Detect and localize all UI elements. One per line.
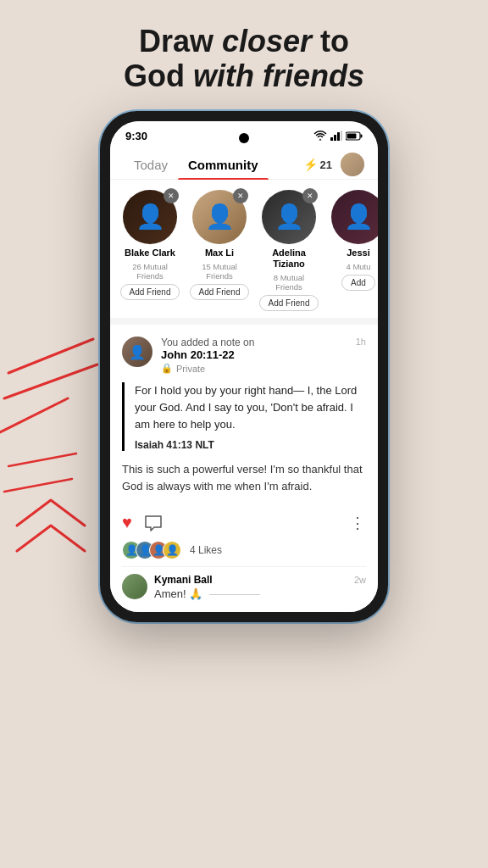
remove-friend-adelina[interactable]: ✕ [302,188,318,203]
likes-count: 4 Likes [190,544,222,556]
friend-card: 👤 ✕ Adelina Tiziano 8 Mutual Friends Add… [259,190,319,311]
post-added-line: You added a note on [161,337,347,348]
post-card: 👤 You added a note on John 20:11-22 🔒 Pr… [110,325,378,612]
comment-button[interactable] [144,515,163,531]
lock-icon: 🔒 [161,363,173,374]
status-time: 9:30 [125,130,147,142]
comment-time: 2w [354,575,366,585]
comment-icon [144,515,163,531]
svg-line-3 [8,453,76,466]
friend-avatar-wrap: 👤 ✕ [123,190,177,244]
post-header: 👤 You added a note on John 20:11-22 🔒 Pr… [122,337,366,374]
likes-avatars: 👤 👤 👤 👤 [122,541,176,559]
nav-right: ⚡ 21 [303,153,364,176]
quote-text: For I hold you by your right hand— I, th… [135,382,366,433]
friend-name: Blake Clark [125,248,175,259]
friend-card: 👤 ✕ Blake Clark 26 Mutual Friends Add Fr… [120,190,180,311]
post-time: 1h [356,337,366,347]
friend-mutual: 4 Mutu [346,262,370,271]
post-reference: John 20:11-22 [161,348,347,361]
svg-rect-11 [347,133,357,138]
more-options-button[interactable]: ⋮ [350,514,366,532]
user-avatar[interactable] [341,153,364,176]
wifi-icon [313,131,327,141]
friends-section: 👤 ✕ Blake Clark 26 Mutual Friends Add Fr… [110,180,378,318]
nav-tabs: Today Community ⚡ 21 [110,147,378,180]
svg-line-2 [0,398,68,432]
svg-line-0 [8,339,93,373]
friend-mutual: 26 Mutual Friends [120,262,180,281]
likes-row: 👤 👤 👤 👤 4 Likes [122,537,366,566]
headline-line1: Draw closer to [139,24,349,58]
add-friend-blake[interactable]: Add Friend [120,284,180,300]
post-note: This is such a powerful verse! I'm so th… [122,461,366,497]
like-button[interactable]: ♥ [122,513,132,532]
commenter-avatar [122,574,147,599]
comment-text: Amen! 🙏 [154,587,366,600]
svg-rect-10 [361,134,363,137]
svg-rect-6 [334,135,336,141]
svg-line-4 [4,479,72,492]
remove-friend-max[interactable]: ✕ [233,188,248,203]
phone-frame: 9:30 [100,111,388,622]
friend-avatar-wrap: 👤 ✕ [192,190,247,244]
svg-rect-7 [337,132,340,141]
liker-avatar: 👤 [163,541,181,559]
status-icons [313,131,363,141]
friend-name: Jessi [347,248,370,259]
post-meta: You added a note on John 20:11-22 🔒 Priv… [161,337,347,374]
post-privacy: 🔒 Private [161,363,347,374]
section-divider [110,318,378,325]
tab-today[interactable]: Today [124,151,178,179]
commenter-name: Kymani Ball [154,574,213,586]
friend-name: Adelina Tiziano [259,248,319,270]
heart-icon: ♥ [122,513,132,532]
phone-screen: 9:30 [110,121,378,612]
friend-avatar-wrap: 👤 [331,190,378,244]
add-friend-adelina[interactable]: Add Friend [259,295,319,311]
battery-icon [346,131,363,141]
friend-mutual: 8 Mutual Friends [259,273,319,292]
svg-rect-8 [341,131,342,141]
streak-badge: ⚡ 21 [303,158,332,171]
tab-community[interactable]: Community [178,151,269,179]
friend-card: 👤 Jessi 4 Mutu Add [329,190,378,311]
remove-friend-blake[interactable]: ✕ [164,188,179,203]
comment-meta: Kymani Ball 2w [154,574,366,586]
quote-reference: Isaiah 41:13 NLT [135,439,366,451]
friend-avatar-wrap: 👤 ✕ [262,190,316,244]
camera-dot [239,133,249,143]
signal-icon [330,131,342,141]
add-friend-max[interactable]: Add Friend [190,284,250,300]
comment-body: Kymani Ball 2w Amen! 🙏 [154,574,366,600]
friend-card: 👤 ✕ Max Li 15 Mutual Friends Add Friend [190,190,249,311]
comment-row: Kymani Ball 2w Amen! 🙏 [122,566,366,604]
headline-line2: God with friends [124,58,364,93]
friend-avatar-jessi: 👤 [331,190,378,244]
post-actions: ♥ ⋮ [122,506,366,537]
friend-mutual: 15 Mutual Friends [190,262,249,281]
streak-icon: ⚡ [303,158,318,171]
headline: Draw closer to God with friends [90,0,398,111]
quote-block: For I hold you by your right hand— I, th… [122,382,366,450]
status-bar: 9:30 [110,121,378,147]
add-friend-jessi[interactable]: Add [341,275,375,291]
svg-rect-5 [330,137,333,141]
friend-name: Max Li [205,248,234,259]
post-author-avatar: 👤 [122,337,152,367]
comment-underline [209,594,260,595]
